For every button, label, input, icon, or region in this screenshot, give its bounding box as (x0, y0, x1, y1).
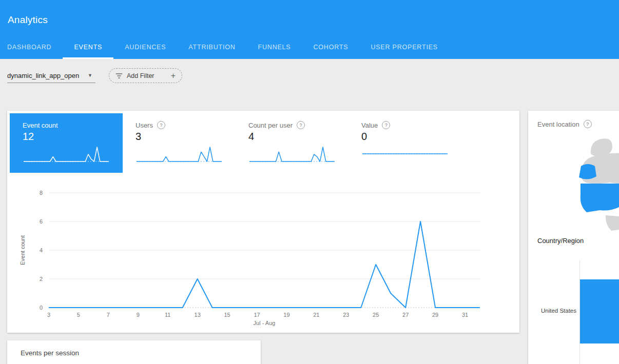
tab-attribution[interactable]: ATTRIBUTION (177, 35, 246, 59)
dropdown-caret-icon: ▼ (88, 73, 92, 78)
svg-text:17: 17 (254, 312, 260, 318)
count-per-user-sparkline (248, 144, 336, 164)
scorecards-row: Event count ? 12 Users ? 3 Count per use… (10, 113, 461, 173)
svg-text:21: 21 (313, 312, 319, 318)
page-title: Analytics (8, 14, 48, 26)
scorecard-label: Value (361, 122, 378, 129)
united-states-bar (580, 279, 619, 343)
analytics-page: Analytics DASHBOARD EVENTS AUDIENCES ATT… (0, 0, 619, 364)
events-line-chart: 0246835791113151719212325272931Jul - Aug… (7, 188, 519, 333)
add-filter-button[interactable]: Add Filter + (109, 68, 182, 83)
scorecard-value: 3 (136, 131, 223, 143)
map-alaska (579, 164, 596, 179)
svg-text:0: 0 (40, 305, 43, 311)
events-card: Event count ? 12 Users ? 3 Count per use… (7, 111, 519, 333)
svg-text:7: 7 (107, 312, 110, 318)
svg-text:9: 9 (137, 312, 140, 318)
users-sparkline (136, 144, 223, 164)
svg-text:15: 15 (224, 312, 230, 318)
svg-text:3: 3 (47, 312, 50, 318)
scorecard-users[interactable]: Users ? 3 (123, 113, 236, 173)
country-region-header: Country/Region (537, 237, 584, 245)
world-map (554, 134, 619, 237)
tab-cohorts[interactable]: COHORTS (302, 35, 360, 59)
tab-user-properties[interactable]: USER PROPERTIES (359, 35, 449, 59)
event-dropdown-value: dynamic_link_app_open (7, 72, 79, 79)
nav-tabs: DASHBOARD EVENTS AUDIENCES ATTRIBUTION F… (7, 35, 449, 59)
tab-funnels[interactable]: FUNNELS (247, 35, 302, 59)
scorecard-value[interactable]: Value ? 0 (349, 113, 461, 173)
svg-text:6: 6 (40, 218, 43, 225)
events-per-session-title: Events per session (21, 349, 79, 357)
svg-text:19: 19 (283, 312, 289, 318)
svg-text:Event count: Event count (20, 235, 26, 265)
scorecard-label: Count per user (248, 122, 293, 129)
scorecard-event-count[interactable]: Event count ? 12 (10, 113, 123, 173)
svg-text:29: 29 (432, 312, 438, 318)
svg-text:11: 11 (165, 312, 170, 318)
svg-text:25: 25 (373, 312, 379, 318)
svg-text:8: 8 (40, 190, 43, 196)
svg-text:2: 2 (40, 276, 43, 282)
event-location-title: Event location (537, 120, 579, 128)
app-header: Analytics DASHBOARD EVENTS AUDIENCES ATT… (0, 0, 619, 59)
help-icon[interactable]: ? (297, 121, 305, 129)
svg-text:Jul - Aug: Jul - Aug (254, 320, 276, 326)
scorecard-label: Users (136, 122, 153, 129)
help-icon[interactable]: ? (382, 121, 390, 129)
scorecard-value: 0 (361, 131, 449, 143)
scorecard-value: 12 (23, 131, 110, 143)
bar-row-label: United States (528, 308, 576, 314)
filter-icon (115, 72, 123, 79)
scorecard-value: 4 (248, 131, 336, 143)
add-filter-label: Add Filter (127, 72, 154, 79)
svg-text:23: 23 (343, 312, 349, 318)
map-united-states (581, 184, 619, 212)
svg-text:27: 27 (402, 312, 409, 318)
svg-text:5: 5 (77, 312, 80, 318)
scorecard-count-per-user[interactable]: Count per user ? 4 (236, 113, 349, 173)
scorecard-label: Event count (23, 122, 58, 129)
event-count-sparkline (23, 144, 110, 164)
svg-text:13: 13 (195, 312, 201, 318)
event-dropdown[interactable]: dynamic_link_app_open ▼ (7, 68, 95, 83)
help-icon[interactable]: ? (584, 120, 592, 128)
tab-events[interactable]: EVENTS (63, 35, 113, 59)
help-icon[interactable]: ? (157, 121, 165, 129)
svg-text:4: 4 (40, 247, 43, 253)
value-sparkline (361, 144, 449, 164)
event-location-card: Event location ? Country/Region United S… (528, 111, 619, 364)
tab-dashboard[interactable]: DASHBOARD (7, 35, 63, 59)
tab-audiences[interactable]: AUDIENCES (113, 35, 177, 59)
plus-icon: + (171, 71, 176, 80)
svg-text:31: 31 (462, 312, 468, 318)
events-per-session-card: Events per session (7, 340, 261, 364)
map-mexico (606, 215, 619, 231)
